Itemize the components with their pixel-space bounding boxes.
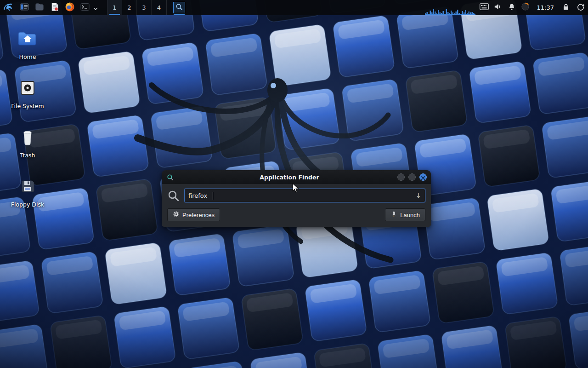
dropdown-arrow[interactable]: ↓ bbox=[413, 192, 421, 199]
text-editor-icon bbox=[50, 2, 59, 13]
terminal-launcher[interactable] bbox=[77, 0, 92, 15]
launch-button[interactable]: Launch bbox=[385, 208, 425, 221]
workspace-label: 1 bbox=[113, 4, 116, 11]
keyboard-indicator-button[interactable] bbox=[477, 0, 491, 15]
chevron-down-icon bbox=[93, 3, 98, 12]
launch-icon bbox=[390, 211, 397, 219]
search-row: ↓ bbox=[167, 189, 425, 202]
logout-button[interactable] bbox=[573, 0, 588, 15]
bell-icon bbox=[508, 3, 516, 13]
text-editor-launcher[interactable] bbox=[47, 0, 62, 15]
window-controls bbox=[397, 173, 427, 181]
desktop-icon-column: Home File System Trash bbox=[6, 23, 50, 220]
desktop-icon-label: Floppy Disk bbox=[11, 201, 44, 208]
folder-icon bbox=[35, 2, 44, 13]
close-button[interactable] bbox=[419, 173, 427, 181]
applications-menu-button[interactable] bbox=[0, 0, 17, 15]
floppy-disk-icon bbox=[18, 174, 37, 198]
workspace-button-2[interactable]: 2 bbox=[122, 0, 137, 15]
gear-icon bbox=[173, 211, 180, 219]
appfinder-window-icon bbox=[166, 173, 174, 181]
lock-icon bbox=[562, 3, 570, 13]
panel-left-section: 1 2 3 4 bbox=[0, 0, 187, 15]
desktop-icon-file-system[interactable]: File System bbox=[6, 72, 50, 121]
maximize-button[interactable] bbox=[408, 173, 416, 181]
status-tray-button[interactable] bbox=[519, 0, 532, 15]
workspace-button-4[interactable]: 4 bbox=[152, 0, 166, 15]
desktop-icon-floppy-disk[interactable]: Floppy Disk bbox=[6, 171, 50, 220]
top-panel: 1 2 3 4 bbox=[0, 0, 588, 15]
launch-label: Launch bbox=[400, 212, 420, 218]
workspace-label: 2 bbox=[127, 4, 131, 11]
window-title: Application Finder bbox=[189, 174, 390, 181]
system-monitor-graph[interactable] bbox=[423, 0, 477, 15]
desktop-icon-label: Trash bbox=[20, 152, 35, 159]
logout-icon bbox=[577, 3, 585, 13]
file-manager-launcher[interactable] bbox=[17, 0, 32, 15]
desktop-icon-trash[interactable]: Trash bbox=[6, 121, 50, 171]
panel-right-section: 11:37 bbox=[423, 0, 588, 15]
status-circle-icon bbox=[521, 2, 530, 13]
appfinder-launcher-box bbox=[173, 2, 185, 13]
trash-icon bbox=[18, 125, 37, 149]
hard-drive-icon bbox=[18, 76, 37, 100]
folder-launcher[interactable] bbox=[32, 0, 47, 15]
desktop-icon-label: File System bbox=[11, 103, 44, 109]
text-caret bbox=[213, 192, 213, 200]
search-icon bbox=[175, 3, 183, 12]
firefox-launcher[interactable] bbox=[62, 0, 77, 15]
workspace-button-1[interactable]: 1 bbox=[107, 0, 122, 15]
workspace-pager: 1 2 3 4 bbox=[107, 0, 167, 15]
titlebar[interactable]: Application Finder bbox=[162, 170, 431, 184]
firefox-icon bbox=[65, 2, 75, 14]
workspace-label: 3 bbox=[142, 4, 146, 11]
keyboard-icon bbox=[480, 3, 489, 12]
application-finder-window: Application Finder bbox=[162, 170, 431, 227]
terminal-dropdown-button[interactable] bbox=[92, 0, 99, 15]
search-icon bbox=[167, 190, 180, 202]
minimize-button[interactable] bbox=[397, 173, 405, 181]
kali-logo-icon bbox=[2, 1, 14, 15]
finder-body: ↓ Preferences bbox=[162, 184, 431, 227]
preferences-label: Preferences bbox=[182, 212, 215, 218]
file-manager-icon bbox=[20, 2, 29, 13]
terminal-icon bbox=[80, 2, 90, 13]
desktop-icon-label: Home bbox=[19, 53, 36, 60]
appfinder-launcher-button[interactable] bbox=[171, 0, 187, 15]
workspace-button-3[interactable]: 3 bbox=[137, 0, 152, 15]
desktop-icon-home[interactable]: Home bbox=[6, 23, 50, 72]
search-field: ↓ bbox=[184, 189, 425, 202]
preferences-button[interactable]: Preferences bbox=[167, 208, 220, 221]
action-row: Preferences Launch bbox=[167, 208, 425, 221]
home-folder-icon bbox=[17, 27, 38, 51]
clock[interactable]: 11:37 bbox=[532, 4, 559, 11]
speaker-icon bbox=[493, 2, 502, 13]
notifications-button[interactable] bbox=[505, 0, 519, 15]
volume-button[interactable] bbox=[491, 0, 505, 15]
workspace-label: 4 bbox=[157, 4, 161, 11]
close-icon bbox=[421, 173, 425, 182]
lock-screen-button[interactable] bbox=[559, 0, 573, 15]
search-input[interactable] bbox=[188, 192, 413, 199]
